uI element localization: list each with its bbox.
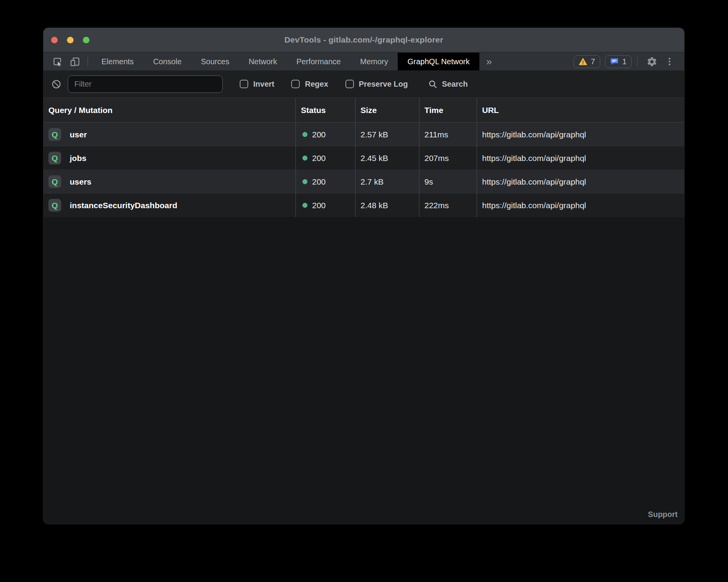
url-cell: https://gitlab.com/api/graphql	[477, 170, 684, 193]
tab-memory[interactable]: Memory	[350, 53, 398, 70]
invert-label: Invert	[253, 80, 274, 89]
tab-console[interactable]: Console	[143, 53, 191, 70]
invert-checkbox-group[interactable]: Invert	[240, 80, 274, 89]
query-cell: Q users	[43, 170, 296, 193]
tab-graphql-network[interactable]: GraphQL Network	[398, 53, 479, 70]
column-header-size[interactable]: Size	[355, 98, 419, 122]
invert-checkbox[interactable]	[240, 80, 248, 88]
query-cell: Q user	[43, 123, 296, 146]
column-header-url[interactable]: URL	[477, 98, 684, 122]
preserve-log-checkbox[interactable]	[345, 80, 354, 88]
message-bubble-icon	[610, 57, 619, 66]
url-cell: https://gitlab.com/api/graphql	[477, 146, 684, 170]
clear-requests-button[interactable]	[51, 79, 62, 89]
status-ok-dot-icon	[302, 156, 307, 161]
tab-label: GraphQL Network	[407, 57, 469, 66]
tab-label: Memory	[360, 57, 388, 66]
search-icon	[428, 79, 438, 89]
status-code: 200	[312, 177, 326, 187]
inspect-cursor-icon	[52, 56, 63, 67]
close-button[interactable]	[51, 37, 58, 43]
preserve-log-checkbox-group[interactable]: Preserve Log	[345, 80, 408, 89]
more-tabs-button[interactable]: »	[479, 53, 499, 70]
devtools-window: DevTools - gitlab.com/-/graphql-explorer…	[43, 28, 684, 524]
query-type-badge: Q	[48, 152, 61, 164]
size-cell: 2.48 kB	[355, 193, 419, 217]
query-name: instanceSecurityDashboard	[70, 201, 177, 210]
filter-input[interactable]	[68, 75, 223, 93]
filter-toolbar: Invert Regex Preserve Log Search	[43, 70, 684, 98]
query-type-badge: Q	[48, 128, 61, 141]
gear-icon	[646, 56, 658, 67]
toolbar-divider	[88, 57, 88, 66]
minimize-button[interactable]	[67, 37, 74, 43]
query-name: users	[70, 177, 91, 187]
query-type-badge: Q	[48, 199, 61, 212]
regex-label: Regex	[305, 80, 328, 89]
tab-label: Sources	[201, 57, 229, 66]
devtools-tabbar: ElementsConsoleSourcesNetworkPerformance…	[43, 53, 684, 70]
messages-badge[interactable]: 1	[605, 55, 632, 68]
support-link[interactable]: Support	[648, 510, 678, 519]
device-toolbar-icon	[70, 56, 80, 67]
size-cell: 2.57 kB	[355, 123, 419, 146]
time-cell: 9s	[419, 170, 477, 193]
issues-warning-badge[interactable]: 7	[573, 55, 600, 68]
status-code: 200	[312, 154, 326, 163]
query-cell: Q instanceSecurityDashboard	[43, 193, 296, 217]
tab-sources[interactable]: Sources	[191, 53, 239, 70]
time-cell: 211ms	[419, 123, 477, 146]
block-icon	[51, 79, 62, 89]
more-options-button[interactable]	[661, 53, 678, 70]
requests-table-header: Query / Mutation Status Size Time URL	[43, 98, 684, 123]
size-cell: 2.45 kB	[355, 146, 419, 170]
request-row[interactable]: Q jobs 200 2.45 kB 207ms https://gitlab.…	[43, 146, 684, 170]
inspect-element-button[interactable]	[49, 53, 66, 70]
time-cell: 207ms	[419, 146, 477, 170]
status-code: 200	[312, 130, 326, 139]
status-cell: 200	[296, 193, 355, 217]
titlebar: DevTools - gitlab.com/-/graphql-explorer	[43, 28, 684, 53]
query-type-badge: Q	[48, 175, 61, 188]
regex-checkbox-group[interactable]: Regex	[291, 80, 328, 89]
settings-button[interactable]	[643, 53, 661, 70]
tab-label: Performance	[297, 57, 341, 66]
query-name: jobs	[70, 154, 86, 163]
status-cell: 200	[296, 123, 355, 146]
badges-divider	[637, 57, 637, 66]
search-button[interactable]: Search	[428, 79, 468, 89]
status-code: 200	[312, 201, 326, 210]
tab-elements[interactable]: Elements	[92, 53, 143, 70]
status-cell: 200	[296, 170, 355, 193]
tab-network[interactable]: Network	[239, 53, 287, 70]
column-header-time[interactable]: Time	[419, 98, 477, 122]
url-cell: https://gitlab.com/api/graphql	[477, 193, 684, 217]
column-header-query-mutation[interactable]: Query / Mutation	[43, 98, 296, 122]
search-label: Search	[442, 80, 468, 89]
window-title: DevTools - gitlab.com/-/graphql-explorer	[284, 35, 443, 45]
empty-area	[43, 217, 684, 524]
tab-label: Network	[249, 57, 277, 66]
traffic-lights	[51, 28, 89, 52]
device-toolbar-button[interactable]	[66, 53, 84, 70]
message-count: 1	[622, 57, 627, 66]
url-cell: https://gitlab.com/api/graphql	[477, 123, 684, 146]
warning-triangle-icon	[579, 57, 587, 66]
tab-performance[interactable]: Performance	[287, 53, 351, 70]
kebab-menu-icon	[664, 56, 675, 67]
request-row[interactable]: Q instanceSecurityDashboard 200 2.48 kB …	[43, 193, 684, 217]
query-name: user	[70, 130, 87, 139]
status-ok-dot-icon	[302, 132, 307, 137]
request-row[interactable]: Q user 200 2.57 kB 211ms https://gitlab.…	[43, 123, 684, 146]
regex-checkbox[interactable]	[291, 80, 300, 88]
status-ok-dot-icon	[302, 179, 307, 184]
size-cell: 2.7 kB	[355, 170, 419, 193]
time-cell: 222ms	[419, 193, 477, 217]
request-row[interactable]: Q users 200 2.7 kB 9s https://gitlab.com…	[43, 170, 684, 193]
preserve-log-label: Preserve Log	[359, 80, 408, 89]
column-header-status[interactable]: Status	[296, 98, 355, 122]
zoom-button[interactable]	[83, 37, 89, 43]
tab-label: Console	[153, 57, 181, 66]
warning-count: 7	[591, 57, 595, 66]
status-cell: 200	[296, 146, 355, 170]
